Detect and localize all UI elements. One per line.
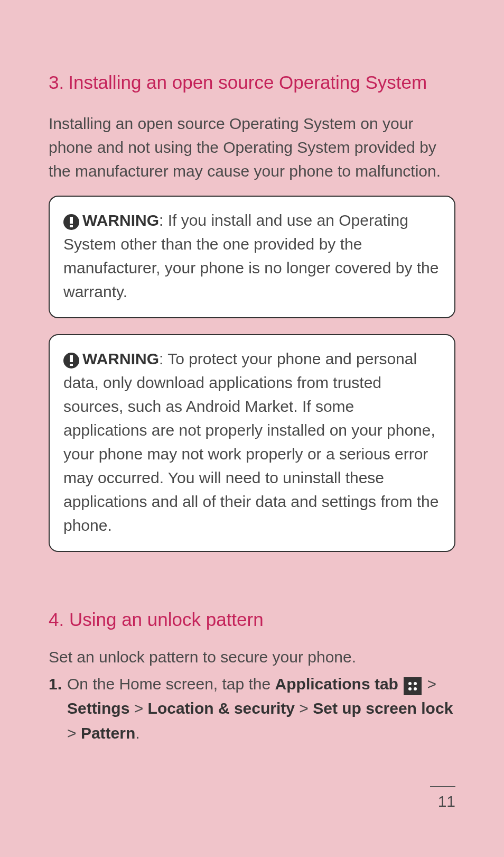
manual-page: 3. Installing an open source Operating S… [0, 0, 504, 745]
step-1: 1. On the Home screen, tap the Applicati… [49, 672, 455, 746]
svg-rect-0 [70, 217, 73, 224]
svg-rect-1 [70, 225, 73, 227]
location-security-label: Location & security [148, 699, 295, 717]
page-number: 11 [430, 786, 455, 810]
settings-label: Settings [67, 699, 129, 717]
pattern-label: Pattern [81, 724, 135, 742]
warning-label: WARNING [82, 211, 159, 229]
svg-rect-3 [70, 364, 73, 366]
section-number: 3. [49, 69, 64, 97]
step-lead: On the Home screen, tap the [67, 675, 275, 693]
warning-1-content: WARNING: If you install and use an Opera… [63, 208, 441, 303]
warning-box-1: WARNING: If you install and use an Opera… [49, 196, 455, 318]
setup-screen-lock-label: Set up screen lock [313, 699, 453, 717]
separator: > [423, 675, 436, 693]
warning-icon [63, 214, 79, 230]
section-title: Installing an open source Operating Syst… [68, 69, 455, 97]
section-4-heading: 4. Using an unlock pattern [49, 609, 455, 630]
svg-point-7 [414, 687, 417, 690]
section-4-intro: Set an unlock pattern to secure your pho… [49, 645, 455, 669]
svg-point-6 [408, 687, 412, 690]
svg-point-4 [408, 682, 412, 685]
svg-point-5 [414, 682, 417, 685]
section-title: Using an unlock pattern [69, 609, 264, 630]
warning-box-2: WARNING: To protect your phone and perso… [49, 334, 455, 552]
section-number: 4. [49, 609, 64, 630]
step-text: On the Home screen, tap the Applications… [67, 672, 455, 746]
separator: > [295, 699, 313, 717]
warning-icon [63, 353, 79, 368]
warning-label: WARNING [82, 350, 159, 367]
step-list: 1. On the Home screen, tap the Applicati… [49, 672, 455, 746]
warning-text: : To protect your phone and personal dat… [63, 350, 438, 534]
period: . [135, 724, 139, 742]
warning-2-content: WARNING: To protect your phone and perso… [63, 347, 441, 537]
applications-tab-label: Applications tab [275, 675, 398, 693]
separator: > [67, 724, 81, 742]
step-number: 1. [49, 672, 62, 746]
separator: > [129, 699, 147, 717]
svg-rect-2 [70, 355, 73, 362]
applications-icon [404, 677, 422, 695]
section-3-intro: Installing an open source Operating Syst… [49, 112, 455, 183]
section-3-heading: 3. Installing an open source Operating S… [49, 69, 455, 97]
